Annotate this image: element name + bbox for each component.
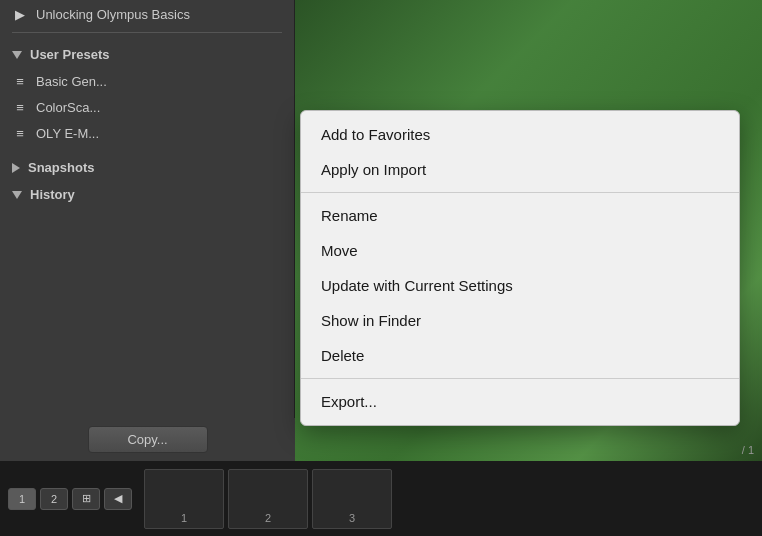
context-menu-item-show-finder[interactable]: Show in Finder <box>301 303 739 338</box>
thumb-3[interactable]: 3 <box>312 469 392 529</box>
user-presets-label: User Presets <box>30 47 110 62</box>
context-menu-item-move[interactable]: Move <box>301 233 739 268</box>
preset-label-3: OLY E-M... <box>36 126 99 141</box>
history-header[interactable]: History <box>0 181 294 208</box>
user-presets-section: User Presets ≡ Basic Gen... ≡ ColorSca..… <box>0 37 294 146</box>
page-1-button[interactable]: 1 <box>8 488 36 510</box>
grid-view-button[interactable]: ⊞ <box>72 488 100 510</box>
preset-item-2[interactable]: ≡ ColorSca... <box>0 94 294 120</box>
sidebar-item-unlocking[interactable]: ▶ Unlocking Olympus Basics <box>0 0 294 28</box>
context-menu-item-update[interactable]: Update with Current Settings <box>301 268 739 303</box>
thumb-2-number: 2 <box>265 512 271 524</box>
user-presets-header[interactable]: User Presets <box>0 41 294 68</box>
context-menu: Add to Favorites Apply on Import Rename … <box>300 110 740 426</box>
context-menu-divider-2 <box>301 378 739 379</box>
context-menu-item-rename[interactable]: Rename <box>301 198 739 233</box>
context-menu-item-apply-import[interactable]: Apply on Import <box>301 152 739 187</box>
snapshots-header[interactable]: Snapshots <box>0 154 294 181</box>
list-icon-1: ≡ <box>12 73 28 89</box>
copy-button[interactable]: Copy... <box>88 426 208 453</box>
play-icon: ▶ <box>12 6 28 22</box>
filmstrip-nav: 1 2 ⊞ ◀ <box>0 488 140 510</box>
list-icon-3: ≡ <box>12 125 28 141</box>
snapshots-label: Snapshots <box>28 160 94 175</box>
triangle-down-icon <box>12 51 22 59</box>
preset-item-1[interactable]: ≡ Basic Gen... <box>0 68 294 94</box>
context-menu-item-export[interactable]: Export... <box>301 384 739 419</box>
prev-arrow-button[interactable]: ◀ <box>104 488 132 510</box>
preset-label-1: Basic Gen... <box>36 74 107 89</box>
filmstrip: 1 2 ⊞ ◀ 1 2 3 / 1 <box>0 461 762 536</box>
unlocking-label: Unlocking Olympus Basics <box>36 7 190 22</box>
list-icon-2: ≡ <box>12 99 28 115</box>
preset-item-3[interactable]: ≡ OLY E-M... <box>0 120 294 146</box>
thumb-3-number: 3 <box>349 512 355 524</box>
context-menu-item-add-favorites[interactable]: Add to Favorites <box>301 117 739 152</box>
copy-area: Copy... <box>0 418 295 461</box>
thumb-1-number: 1 <box>181 512 187 524</box>
thumb-2[interactable]: 2 <box>228 469 308 529</box>
thumbnail-strip: 1 2 3 <box>140 465 762 533</box>
page-indicator: / 1 <box>742 444 754 456</box>
grid-icon: ⊞ <box>82 492 91 505</box>
page-2-button[interactable]: 2 <box>40 488 68 510</box>
triangle-right-icon <box>12 163 20 173</box>
preset-label-2: ColorSca... <box>36 100 100 115</box>
left-arrow-icon: ◀ <box>114 492 122 505</box>
thumb-1[interactable]: 1 <box>144 469 224 529</box>
history-label: History <box>30 187 75 202</box>
divider-1 <box>12 32 282 33</box>
context-menu-item-delete[interactable]: Delete <box>301 338 739 373</box>
sidebar-panel: ▶ Unlocking Olympus Basics User Presets … <box>0 0 295 536</box>
context-menu-divider-1 <box>301 192 739 193</box>
history-triangle-icon <box>12 191 22 199</box>
